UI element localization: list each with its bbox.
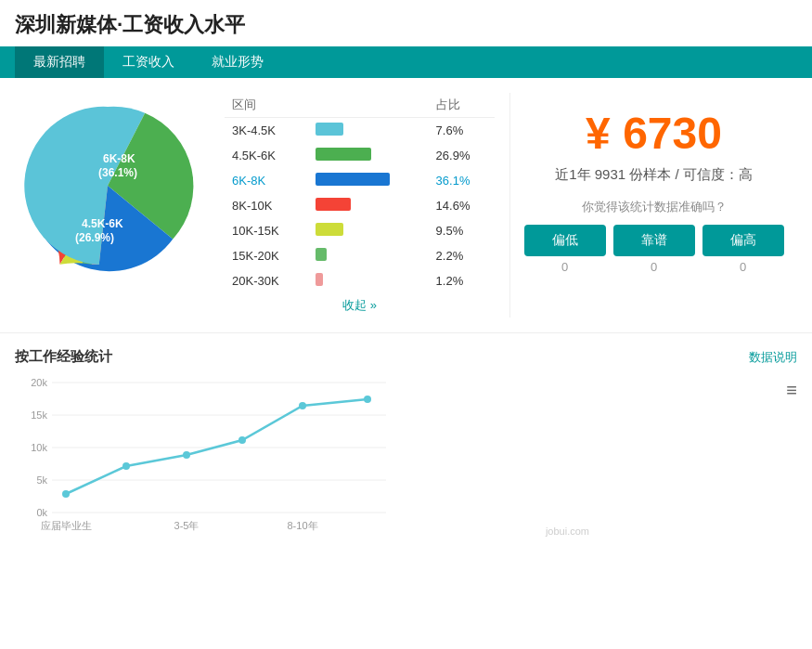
tab-latest-jobs[interactable]: 最新招聘 bbox=[15, 46, 104, 78]
svg-text:15k: 15k bbox=[31, 409, 47, 421]
salary-pct: 1.2% bbox=[429, 268, 495, 293]
stats-area: ¥ 6730 近1年 9931 份样本 / 可信度：高 你觉得该统计数据准确吗？… bbox=[509, 93, 797, 318]
svg-text:3-5年: 3-5年 bbox=[174, 520, 200, 531]
tab-bar: 最新招聘 工资收入 就业形势 bbox=[0, 46, 812, 78]
salary-table: 区间 占比 3K-4.5K7.6%4.5K-6K26.9%6K-8K36.1%8… bbox=[225, 93, 495, 293]
salary-range: 20K-30K bbox=[225, 268, 308, 293]
vote-buttons: 偏低 靠谱 偏高 bbox=[524, 225, 784, 256]
pie-chart: 4.5K-6K (26.9%) 6K-8K (36.1%) bbox=[15, 93, 200, 279]
vote-ok-count: 0 bbox=[613, 260, 695, 274]
salary-bar bbox=[308, 143, 429, 168]
salary-range: 8K-10K bbox=[225, 193, 308, 218]
section-title: 按工作经验统计 bbox=[15, 348, 112, 366]
svg-text:10k: 10k bbox=[31, 442, 47, 453]
pie-label-6k-8k: 6K-8K bbox=[103, 152, 135, 165]
salary-range: 3K-4.5K bbox=[225, 118, 308, 144]
salary-bar bbox=[308, 243, 429, 268]
salary-pct: 14.6% bbox=[429, 193, 495, 218]
pie-label-4.5k-6k-pct: (26.9%) bbox=[75, 231, 114, 244]
section-header: 按工作经验统计 数据说明 bbox=[15, 348, 797, 366]
vote-high-btn[interactable]: 偏高 bbox=[702, 225, 784, 256]
salary-range: 15K-20K bbox=[225, 243, 308, 268]
col-header-pct: 占比 bbox=[429, 93, 495, 118]
data-point-1 bbox=[122, 462, 130, 470]
salary-pct: 7.6% bbox=[429, 118, 495, 144]
watermark: jobui.com bbox=[546, 526, 589, 537]
salary-bar bbox=[308, 268, 429, 293]
svg-text:应届毕业生: 应届毕业生 bbox=[41, 520, 92, 531]
svg-text:0k: 0k bbox=[36, 507, 47, 518]
vote-high-count: 0 bbox=[702, 260, 784, 274]
salary-range: 4.5K-6K bbox=[225, 143, 308, 168]
col-header-range: 区间 bbox=[225, 93, 308, 118]
salary-pct: 2.2% bbox=[429, 243, 495, 268]
data-point-3 bbox=[238, 436, 246, 444]
salary-bar bbox=[308, 118, 429, 144]
chart-section: 4.5K-6K (26.9%) 6K-8K (36.1%) 区间 占比 3K-4… bbox=[15, 93, 495, 318]
vote-question: 你觉得该统计数据准确吗？ bbox=[582, 199, 727, 215]
data-point-0 bbox=[62, 490, 70, 498]
svg-text:20k: 20k bbox=[31, 377, 47, 388]
pie-label-6k-8k-pct: (36.1%) bbox=[98, 166, 137, 179]
line-chart-svg: 20k 15k 10k 5k 0k 应届毕业生 3-5年 8-10年 bbox=[15, 373, 405, 540]
tab-salary[interactable]: 工资收入 bbox=[104, 46, 193, 78]
salary-range: 6K-8K bbox=[225, 168, 308, 193]
pie-chart-area: 4.5K-6K (26.9%) 6K-8K (36.1%) bbox=[15, 93, 210, 318]
data-point-2 bbox=[183, 451, 190, 459]
data-point-4 bbox=[299, 402, 306, 409]
salary-bar bbox=[308, 168, 429, 193]
sample-info: 近1年 9931 份样本 / 可信度：高 bbox=[555, 166, 753, 184]
vote-counts: 0 0 0 bbox=[524, 260, 784, 274]
avg-value: 6730 bbox=[623, 109, 722, 158]
pie-label-4.5k-6k: 4.5K-6K bbox=[82, 217, 123, 230]
hamburger-icon[interactable]: ≡ bbox=[786, 380, 797, 401]
vote-low-btn[interactable]: 偏低 bbox=[524, 225, 606, 256]
tab-employment[interactable]: 就业形势 bbox=[193, 46, 282, 78]
vote-ok-btn[interactable]: 靠谱 bbox=[613, 225, 695, 256]
svg-text:5k: 5k bbox=[36, 474, 47, 486]
salary-pct: 36.1% bbox=[429, 168, 495, 193]
bottom-section: 按工作经验统计 数据说明 20k 15k 10k 5k 0k bbox=[0, 333, 812, 555]
salary-range: 10K-15K bbox=[225, 218, 308, 243]
avg-salary: ¥ 6730 bbox=[586, 108, 722, 159]
vote-low-count: 0 bbox=[524, 260, 606, 274]
salary-bar bbox=[308, 193, 429, 218]
data-note[interactable]: 数据说明 bbox=[749, 349, 797, 366]
salary-pct: 9.5% bbox=[429, 218, 495, 243]
salary-bar bbox=[308, 218, 429, 243]
svg-text:8-10年: 8-10年 bbox=[287, 520, 317, 531]
page-title: 深圳新媒体·工资收入水平 bbox=[0, 0, 812, 46]
currency-symbol: ¥ bbox=[586, 109, 611, 158]
col-header-empty bbox=[308, 93, 429, 118]
main-content: 4.5K-6K (26.9%) 6K-8K (36.1%) 区间 占比 3K-4… bbox=[0, 78, 812, 333]
data-point-5 bbox=[364, 396, 371, 403]
line-chart: 20k 15k 10k 5k 0k 应届毕业生 3-5年 8-10年 bbox=[15, 373, 405, 540]
salary-table-area: 区间 占比 3K-4.5K7.6%4.5K-6K26.9%6K-8K36.1%8… bbox=[225, 93, 495, 318]
salary-pct: 26.9% bbox=[429, 143, 495, 168]
collapse-link[interactable]: 收起 » bbox=[225, 293, 495, 318]
